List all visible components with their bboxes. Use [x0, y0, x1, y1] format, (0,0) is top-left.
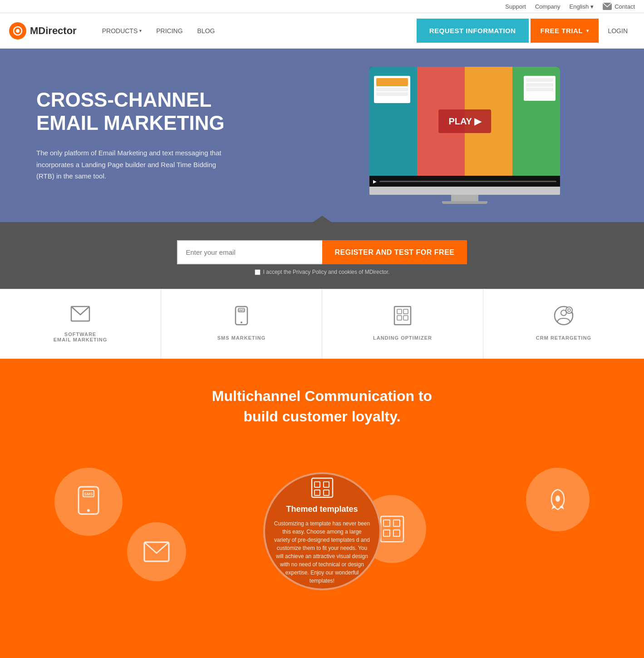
register-button[interactable]: REGISTER AND TEST FOR FREE	[322, 240, 467, 264]
hero-title: CROSS-CHANNELEMAIL MARKETING	[36, 89, 322, 134]
sms-circle-icon: SMS	[75, 486, 102, 518]
language-selector[interactable]: English ▾	[570, 3, 594, 10]
center-circle-icon	[311, 477, 334, 505]
svg-rect-24	[383, 520, 390, 526]
circles-layout: SMS	[18, 445, 626, 658]
cta-bar: REGISTER AND TEST FOR FREE I accept the …	[0, 222, 644, 289]
nav-links: PRODUCTS ▾ PRICING BLOG	[95, 13, 412, 49]
login-button[interactable]: LOGIN	[600, 19, 635, 43]
nav-blog[interactable]: BLOG	[190, 13, 222, 49]
hero-description: The only platform of Email Marketing and…	[36, 147, 227, 182]
feature-crm-retargeting[interactable]: CRM RETARGETING	[483, 289, 644, 359]
svg-rect-33	[324, 490, 329, 495]
rocket-circle-icon	[544, 486, 571, 513]
email-circle-icon	[143, 541, 170, 562]
themed-templates-title: Themed templates	[286, 505, 358, 514]
contact-label: Contact	[615, 3, 635, 10]
svg-text:SMS: SMS	[84, 492, 93, 496]
cta-form: REGISTER AND TEST FOR FREE	[177, 240, 467, 264]
laptop-foot	[442, 201, 487, 204]
crm-retargeting-icon	[554, 306, 574, 330]
screen-mini-1	[374, 76, 410, 103]
feature-email-label: SOFTWAREEMAIL MARKETING	[54, 331, 108, 342]
themed-templates-description: Customizing a template has never been th…	[274, 519, 370, 585]
svg-point-28	[556, 495, 560, 502]
chevron-down-icon: ▾	[139, 28, 142, 33]
circle-rocket[interactable]	[526, 468, 590, 531]
logo-icon	[9, 22, 26, 40]
circle-center-themed-templates[interactable]: Themed templates Customizing a template …	[263, 472, 381, 590]
mail-icon	[603, 3, 612, 10]
video-controls: ▶	[369, 176, 560, 187]
svg-rect-11	[397, 316, 402, 320]
navbar: MDirector PRODUCTS ▾ PRICING BLOG REQUES…	[0, 13, 644, 49]
chevron-down-icon: ▾	[590, 3, 594, 10]
sms-marketing-icon: SMS	[233, 306, 250, 330]
video-progress-bar[interactable]	[379, 181, 556, 182]
support-link[interactable]: Support	[505, 3, 526, 10]
privacy-text: I accept the Privacy Policy and cookies …	[263, 269, 390, 275]
free-trial-button[interactable]: FREE TRIAL ▾	[531, 19, 599, 43]
logo-text: MDirector	[30, 25, 77, 37]
landing-optimizer-icon	[393, 306, 412, 330]
svg-rect-10	[403, 309, 408, 314]
feature-sms-marketing[interactable]: SMS SMS MARKETING	[161, 289, 322, 359]
hero-left: CROSS-CHANNELEMAIL MARKETING The only pl…	[36, 89, 322, 182]
play-button[interactable]: PLAY ▶	[438, 109, 491, 133]
svg-point-2	[16, 29, 20, 33]
svg-point-14	[561, 310, 566, 316]
svg-rect-26	[383, 530, 390, 536]
svg-point-15	[566, 307, 572, 313]
feature-landing-optimizer[interactable]: LANDING OPTIMIZER	[322, 289, 483, 359]
svg-line-17	[571, 312, 573, 314]
privacy-check: I accept the Privacy Policy and cookies …	[255, 269, 390, 275]
svg-rect-30	[315, 482, 320, 487]
svg-rect-25	[393, 520, 400, 526]
hero-right: PLAY ▶ ▶	[322, 67, 608, 204]
laptop-base	[369, 187, 560, 195]
svg-rect-12	[403, 316, 408, 320]
feature-email-marketing[interactable]: SOFTWAREEMAIL MARKETING	[0, 289, 161, 359]
circle-sms[interactable]: SMS	[54, 468, 123, 536]
svg-rect-27	[393, 530, 400, 536]
chevron-down-icon: ▾	[586, 28, 589, 33]
svg-point-7	[241, 322, 242, 323]
orange-heading: Multichannel Communication tobuild custo…	[18, 386, 626, 427]
contact-button[interactable]: Contact	[603, 3, 635, 10]
circle-email[interactable]	[127, 522, 186, 581]
laptop-screen: PLAY ▶	[369, 67, 560, 176]
privacy-checkbox[interactable]	[255, 269, 261, 275]
language-label: English	[570, 3, 589, 10]
screen-mini-2	[524, 76, 556, 101]
video-play-icon[interactable]: ▶	[373, 179, 377, 184]
hero-section: CROSS-CHANNELEMAIL MARKETING The only pl…	[0, 49, 644, 222]
laptop-stand	[451, 195, 478, 201]
logo[interactable]: MDirector	[9, 22, 77, 40]
feature-landing-label: LANDING OPTIMIZER	[373, 335, 432, 341]
orange-section: Multichannel Communication tobuild custo…	[0, 359, 644, 658]
nav-products[interactable]: PRODUCTS ▾	[95, 13, 149, 49]
email-marketing-icon	[70, 306, 90, 326]
email-input[interactable]	[177, 240, 322, 264]
svg-text:SMS: SMS	[238, 309, 245, 312]
top-bar: Support Company English ▾ Contact	[0, 0, 644, 13]
svg-rect-9	[397, 309, 402, 314]
feature-crm-label: CRM RETARGETING	[536, 335, 591, 341]
svg-rect-32	[315, 490, 320, 495]
svg-rect-31	[324, 482, 329, 487]
landing-circle-icon	[380, 515, 404, 543]
svg-rect-8	[394, 307, 411, 325]
laptop-mockup: PLAY ▶ ▶	[369, 67, 560, 204]
request-info-button[interactable]: REQUEST INFORMATION	[417, 19, 529, 43]
features-row: SOFTWAREEMAIL MARKETING SMS SMS MARKETIN…	[0, 289, 644, 359]
svg-point-21	[87, 509, 90, 512]
nav-pricing[interactable]: PRICING	[149, 13, 190, 49]
feature-sms-label: SMS MARKETING	[217, 335, 266, 341]
company-link[interactable]: Company	[535, 3, 560, 10]
